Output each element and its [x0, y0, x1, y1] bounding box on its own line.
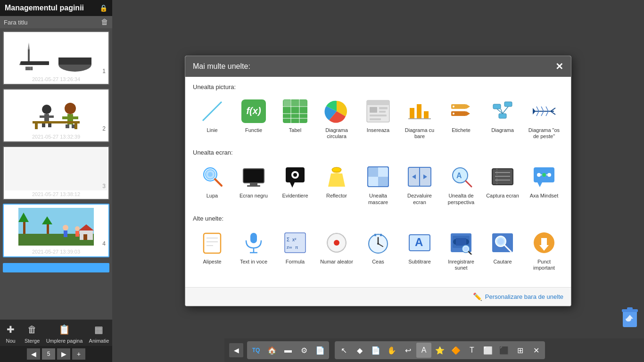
back-button[interactable]: ↩ [400, 343, 415, 358]
svg-point-111 [537, 173, 541, 177]
nav-page-number: 5 [42, 348, 55, 360]
svg-text:A: A [456, 172, 462, 180]
evidentiere-icon [281, 163, 309, 191]
tool-mascare[interactable]: Unealta mascare [359, 161, 397, 207]
thumb-date-2: 2021-05-27 13:32:39 [5, 133, 107, 140]
tool-captura[interactable]: Captura ecran [483, 161, 522, 207]
tool-linie[interactable]: Linie [193, 95, 231, 141]
trash-right[interactable] [620, 305, 639, 329]
modal-body: Unealta pictura: Linie f(x) F [185, 77, 571, 287]
star-button[interactable]: ⭐ [432, 343, 447, 358]
home-button[interactable]: 🏠 [264, 343, 280, 358]
tool-formula[interactable]: Σ x² ≠∞ π Formula [276, 227, 314, 273]
tool-numar-aleator[interactable]: Numar aleator [317, 227, 356, 273]
personalize-link[interactable]: ✏️ Personalizare bara de unelte [473, 292, 563, 301]
tool-text-voce[interactable]: Text in voce [234, 227, 273, 273]
tool-insereaza[interactable]: Insereaza [359, 95, 397, 141]
page-thumb-4[interactable]: 4 2021-05-27 13:39:03 [3, 204, 109, 257]
main-nav-prev[interactable]: ◀ [229, 343, 243, 357]
page-thumb-5-partial[interactable] [3, 263, 109, 272]
svg-rect-53 [408, 118, 431, 119]
svg-rect-20 [35, 123, 38, 129]
nou-icon: ✚ [3, 322, 18, 337]
modal-footer: ✏️ Personalizare bara de unelte [185, 287, 571, 306]
section-unealta-pictura-label: Unealta pictura: [193, 83, 563, 90]
svg-rect-29 [64, 230, 67, 237]
svg-marker-61 [466, 111, 470, 116]
nav-prev-button[interactable]: ◀ [27, 348, 40, 360]
pages-list: ▓▓▓ 1 2021-05-27 13:26:34 [0, 28, 112, 320]
tool-evidentiere[interactable]: Evidentiere [276, 161, 314, 207]
tool-ecran-negru[interactable]: Ecran negru [234, 161, 273, 207]
tool-mindset[interactable]: Axa Mindset [525, 161, 563, 207]
tool-etichete[interactable]: Etichete [442, 95, 480, 141]
hand-button[interactable]: ✋ [384, 343, 399, 358]
fill-button[interactable]: 🔶 [448, 343, 463, 358]
tool-functie[interactable]: f(x) Functie [234, 95, 273, 141]
svg-rect-56 [424, 111, 429, 118]
svg-rect-49 [379, 107, 388, 109]
svg-rect-11 [42, 123, 45, 127]
tq-button[interactable]: TQ [248, 343, 264, 358]
resize-button[interactable]: ⬜ [480, 343, 495, 358]
tool-diagrama-circulara[interactable]: Diagrama circulara [317, 95, 356, 141]
tools-button[interactable]: ⚙ [297, 343, 312, 358]
tool-diagrama[interactable]: Diagrama [483, 95, 522, 141]
sidebar: Managementul paginii 🔒 Fara titlu 🗑 ▓▓▓ [0, 0, 112, 362]
shape-button[interactable]: ◆ [352, 343, 367, 358]
mindset-label: Axa Mindset [530, 193, 559, 199]
select-button[interactable]: ↖ [336, 343, 351, 358]
etichete-label: Etichete [452, 127, 471, 133]
page-thumb-2[interactable]: 2 2021-05-27 13:32:39 [3, 89, 109, 142]
doc-button[interactable]: 📄 [313, 343, 328, 358]
tools-grid-ecran: Lupa Ecran negru [193, 161, 563, 207]
modal-close-button[interactable]: ✕ [555, 61, 563, 72]
perspectiva-icon: A [447, 163, 475, 191]
tool-alipeste[interactable]: Alipeste [193, 227, 231, 273]
toolbar-group-2: ↖ ◆ 📄 ✋ ↩ A ⭐ 🔶 T ⬜ ⬛ ⊞ ✕ [335, 341, 545, 359]
screen-button[interactable]: ▬ [281, 343, 296, 358]
delete-page-button[interactable]: 🗑 [101, 18, 108, 26]
svg-rect-52 [370, 118, 381, 120]
tool-reflector[interactable]: Reflector [317, 161, 356, 207]
tool-cautare[interactable]: Cautare [483, 227, 522, 273]
diagrama-bare-label: Diagrama cu bare [402, 127, 437, 140]
textfield-button[interactable]: A [416, 343, 431, 358]
os-peste-icon [530, 97, 558, 125]
nav-next-button[interactable]: ▶ [57, 348, 70, 360]
nou-button[interactable]: ✚ Nou [0, 320, 21, 346]
tool-subtitrare[interactable]: A Subtitrare [400, 227, 439, 273]
svg-rect-138 [380, 234, 382, 236]
tool-os-peste[interactable]: Diagrama "os de peste" [525, 95, 563, 141]
svg-rect-17 [66, 124, 69, 128]
tool-inregistrare[interactable]: Inregistrare sunet [442, 227, 480, 273]
svg-line-70 [551, 108, 555, 111]
tool-punct-important[interactable]: Punct important [525, 227, 563, 273]
tool-perspectiva[interactable]: A Unealta de perspectiva [442, 161, 480, 207]
umplere-button[interactable]: 📋 Umplere pagina [43, 320, 86, 346]
svg-text:≠∞: ≠∞ [287, 245, 292, 250]
svg-rect-19 [33, 121, 80, 123]
svg-marker-110 [537, 182, 542, 187]
tool-dezvaluire[interactable]: Dezvaluire ecran [400, 161, 439, 207]
svg-marker-1 [19, 61, 21, 65]
tool-tabel[interactable]: Tabel [276, 95, 314, 141]
svg-rect-48 [370, 107, 377, 113]
textbig-button[interactable]: T [464, 343, 479, 358]
tool-diagrama-bare[interactable]: Diagrama cu bare [400, 95, 439, 141]
svg-line-81 [215, 179, 222, 186]
tool-lupa[interactable]: Lupa [193, 161, 231, 207]
svg-line-68 [503, 107, 508, 114]
sterge-button[interactable]: 🗑 Sterge [22, 320, 42, 346]
animatie-button[interactable]: ▦ Animatie [86, 320, 112, 346]
nav-add-button[interactable]: + [72, 348, 85, 360]
grid-button[interactable]: ⊞ [512, 343, 528, 358]
frame-button[interactable]: ⬛ [496, 343, 512, 358]
thumb-number-2: 2 [102, 125, 106, 132]
tool-ceas[interactable]: Ceas [359, 227, 397, 273]
page-button[interactable]: 📄 [368, 343, 383, 358]
close2-button[interactable]: ✕ [528, 343, 544, 358]
svg-point-130 [334, 240, 339, 246]
page-thumb-1[interactable]: ▓▓▓ 1 2021-05-27 13:26:34 [3, 31, 109, 85]
page-thumb-3[interactable]: 3 2021-05-27 13:38:12 [3, 146, 109, 200]
